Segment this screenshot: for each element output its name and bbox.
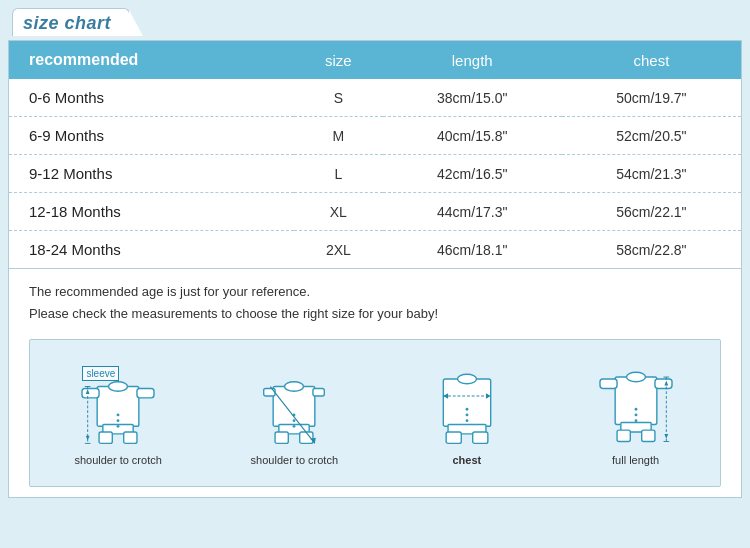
svg-rect-5 xyxy=(82,389,99,398)
svg-rect-6 xyxy=(137,389,154,398)
svg-rect-21 xyxy=(313,389,324,397)
diagram-label-1: shoulder to crotch xyxy=(74,454,161,466)
table-cell-3-0: 12-18 Months xyxy=(9,193,294,231)
diagram-item-4: full length xyxy=(596,360,676,466)
svg-point-9 xyxy=(117,425,120,428)
svg-rect-44 xyxy=(655,379,672,388)
table-cell-2-3: 54cm/21.3" xyxy=(562,155,741,193)
table-cell-3-2: 44cm/17.3" xyxy=(383,193,562,231)
svg-point-23 xyxy=(293,419,296,422)
size-table: recommended size length chest 0-6 Months… xyxy=(9,41,741,268)
svg-point-31 xyxy=(457,374,476,383)
diagram-item-1: sleeve shoulder to crotch xyxy=(74,360,161,466)
sleeve-label: sleeve xyxy=(82,366,119,381)
table-cell-2-0: 9-12 Months xyxy=(9,155,294,193)
table-cell-4-3: 58cm/22.8" xyxy=(562,231,741,269)
svg-point-7 xyxy=(117,414,120,417)
svg-rect-29 xyxy=(446,432,461,443)
table-cell-4-2: 46cm/18.1" xyxy=(383,231,562,269)
table-cell-1-3: 52cm/20.5" xyxy=(562,117,741,155)
table-cell-3-3: 56cm/22.1" xyxy=(562,193,741,231)
table-row: 0-6 MonthsS38cm/15.0"50cm/19.7" xyxy=(9,79,741,117)
table-cell-1-2: 40cm/15.8" xyxy=(383,117,562,155)
col-header-length: length xyxy=(383,41,562,79)
col-header-chest: chest xyxy=(562,41,741,79)
diagram-section: sleeve shoulder to crotch xyxy=(29,339,721,487)
note-line2: Please check the measurements to choose … xyxy=(29,303,721,325)
diagram-label-2: shoulder to crotch xyxy=(251,454,338,466)
svg-rect-43 xyxy=(600,379,617,388)
note-text: The recommended age is just for your ref… xyxy=(29,281,721,325)
diagram-label-3: chest xyxy=(452,454,481,466)
svg-point-42 xyxy=(626,373,645,382)
svg-point-37 xyxy=(465,419,468,422)
header: size chart xyxy=(0,0,750,40)
title-tab: size chart xyxy=(12,8,130,36)
svg-marker-14 xyxy=(86,436,90,441)
col-header-recommended: recommended xyxy=(9,41,294,79)
svg-rect-17 xyxy=(275,432,288,443)
onesie-diagram-4 xyxy=(596,360,676,450)
table-cell-1-1: M xyxy=(294,117,383,155)
table-cell-3-1: XL xyxy=(294,193,383,231)
table-cell-4-1: 2XL xyxy=(294,231,383,269)
main-content: recommended size length chest 0-6 Months… xyxy=(8,40,742,498)
table-row: 9-12 MonthsL42cm/16.5"54cm/21.3" xyxy=(9,155,741,193)
table-cell-0-1: S xyxy=(294,79,383,117)
svg-point-47 xyxy=(634,419,637,422)
diagram-item-3: chest xyxy=(427,360,507,466)
table-row: 18-24 Months2XL46cm/18.1"58cm/22.8" xyxy=(9,231,741,269)
col-header-size: size xyxy=(294,41,383,79)
table-row: 6-9 MonthsM40cm/15.8"52cm/20.5" xyxy=(9,117,741,155)
table-cell-0-3: 50cm/19.7" xyxy=(562,79,741,117)
svg-point-24 xyxy=(293,425,296,428)
svg-rect-41 xyxy=(641,430,654,441)
svg-point-36 xyxy=(465,414,468,417)
note-section: The recommended age is just for your ref… xyxy=(9,268,741,335)
table-header-row: recommended size length chest xyxy=(9,41,741,79)
svg-rect-40 xyxy=(617,430,630,441)
onesie-diagram-3 xyxy=(427,360,507,450)
table-cell-0-2: 38cm/15.0" xyxy=(383,79,562,117)
svg-rect-38 xyxy=(615,377,657,424)
svg-point-46 xyxy=(634,414,637,417)
svg-rect-30 xyxy=(473,432,488,443)
table-cell-2-1: L xyxy=(294,155,383,193)
svg-rect-3 xyxy=(124,432,137,443)
svg-point-19 xyxy=(285,382,304,391)
svg-rect-2 xyxy=(99,432,112,443)
diagram-item-2: shoulder to crotch xyxy=(251,360,338,466)
note-line1: The recommended age is just for your ref… xyxy=(29,281,721,303)
page-title: size chart xyxy=(23,13,111,33)
table-cell-1-0: 6-9 Months xyxy=(9,117,294,155)
table-cell-0-0: 0-6 Months xyxy=(9,79,294,117)
table-cell-4-0: 18-24 Months xyxy=(9,231,294,269)
diagram-label-4: full length xyxy=(612,454,659,466)
table-row: 12-18 MonthsXL44cm/17.3"56cm/22.1" xyxy=(9,193,741,231)
svg-point-8 xyxy=(117,419,120,422)
svg-point-35 xyxy=(465,408,468,411)
page-wrapper: size chart recommended size length chest… xyxy=(0,0,750,548)
svg-point-4 xyxy=(109,382,128,391)
svg-marker-52 xyxy=(664,434,668,439)
onesie-diagram-2 xyxy=(254,360,334,450)
svg-point-45 xyxy=(634,408,637,411)
table-cell-2-2: 42cm/16.5" xyxy=(383,155,562,193)
